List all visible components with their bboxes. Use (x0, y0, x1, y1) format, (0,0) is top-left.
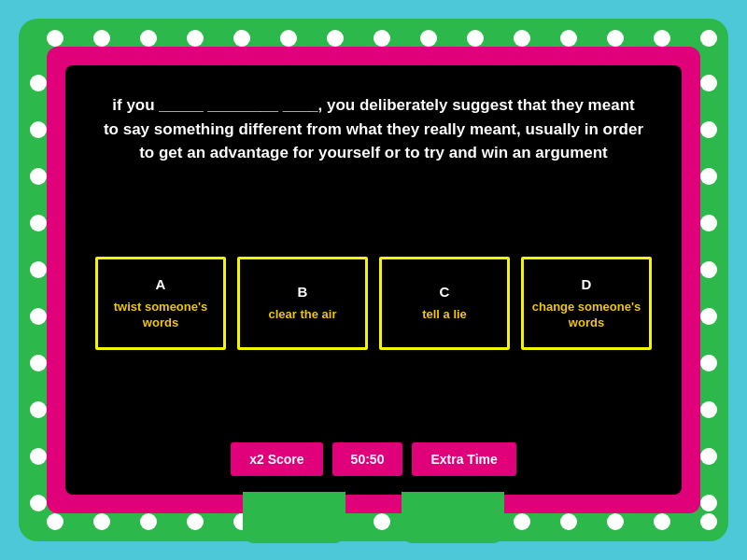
question-text: if you _____ ________ ____, you delibera… (103, 93, 644, 165)
bottom-connector-left (243, 492, 345, 543)
answer-letter-d: D (582, 276, 592, 292)
outer-frame: if you _____ ________ ____, you delibera… (0, 0, 747, 560)
green-border: if you _____ ________ ____, you delibera… (19, 19, 728, 541)
fiftyfifty-button[interactable]: 50:50 (332, 442, 403, 476)
answer-text-b: clear the air (269, 307, 337, 323)
answer-letter-a: A (156, 276, 166, 292)
answer-letter-b: B (298, 284, 308, 300)
main-content-area: if you _____ ________ ____, you delibera… (65, 65, 682, 495)
answer-text-a: twist someone's words (106, 300, 216, 331)
answer-text-d: change someone's words (531, 300, 641, 331)
extratime-button[interactable]: Extra Time (412, 442, 515, 476)
answer-card-c[interactable]: C tell a lie (379, 257, 510, 350)
answer-card-a[interactable]: A twist someone's words (95, 257, 226, 350)
pink-border: if you _____ ________ ____, you delibera… (47, 47, 700, 513)
answer-text-c: tell a lie (422, 307, 467, 323)
answers-row: A twist someone's words B clear the air … (84, 257, 663, 350)
bottom-connector-right (402, 492, 504, 543)
answer-card-d[interactable]: D change someone's words (521, 257, 652, 350)
x2score-button[interactable]: x2 Score (231, 442, 322, 476)
answer-card-b[interactable]: B clear the air (237, 257, 368, 350)
action-buttons-row: x2 Score 50:50 Extra Time (231, 442, 516, 476)
answer-letter-c: C (440, 284, 450, 300)
